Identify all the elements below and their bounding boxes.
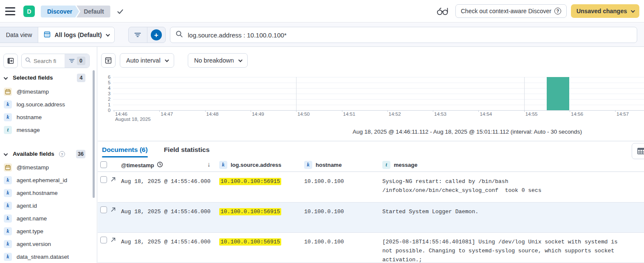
- column-header-hostname[interactable]: k hostname: [304, 161, 342, 169]
- hide-chart-button[interactable]: [101, 53, 116, 68]
- expand-document-icon[interactable]: [110, 177, 116, 182]
- selected-fields-header[interactable]: Selected fields 4: [0, 73, 97, 83]
- x-axis-line: [113, 110, 644, 111]
- row-checkbox[interactable]: [100, 237, 107, 243]
- plus-icon: +: [151, 29, 162, 40]
- field-item[interactable]: kagent.type: [0, 225, 93, 237]
- info-icon: ?: [59, 151, 65, 157]
- row-checkbox[interactable]: [100, 176, 107, 183]
- x-axis-tick: 14:51: [343, 111, 356, 117]
- field-search-input[interactable]: [34, 58, 63, 64]
- filter-menu-button[interactable]: [129, 27, 147, 43]
- field-name: agent.ephemeral_id: [17, 177, 67, 183]
- y-axis-tick: 6: [98, 74, 110, 80]
- cell-message: Started System Logger Daemon.: [382, 207, 622, 216]
- field-item[interactable]: khostname: [0, 111, 93, 123]
- field-item[interactable]: kagent.hostname: [0, 186, 93, 199]
- column-header-timestamp[interactable]: @timestamp: [121, 161, 163, 169]
- field-item[interactable]: tmessage: [0, 123, 93, 136]
- field-item[interactable]: @timestamp: [0, 161, 93, 174]
- breadcrumb-discover[interactable]: Discover: [41, 6, 79, 17]
- message-header-label: message: [394, 162, 418, 168]
- column-header-message[interactable]: t message: [382, 161, 418, 169]
- row-checkbox[interactable]: [100, 206, 107, 213]
- table-row[interactable]: Aug 18, 2025 @ 14:55:46.000 10.100.0.100…: [98, 172, 644, 203]
- field-name: message: [17, 127, 40, 133]
- expand-document-icon[interactable]: [110, 237, 116, 243]
- divider: [98, 141, 644, 141]
- chevron-down-icon: [4, 76, 8, 80]
- tab-field-statistics[interactable]: Field statistics: [164, 146, 210, 157]
- unsaved-changes-button[interactable]: Unsaved changes: [571, 4, 639, 18]
- interval-selector[interactable]: Auto interval: [120, 53, 174, 68]
- x-axis-tick: 14:55: [525, 111, 538, 117]
- calendar-icon: [4, 163, 12, 172]
- collapse-sidebar-button[interactable]: [3, 54, 18, 68]
- x-axis-tick: 14:50: [297, 111, 310, 117]
- cell-log-source-address: 10.100.0.100:56915: [219, 207, 281, 216]
- context-aware-discover-button[interactable]: Check out context-aware Discover ?: [455, 4, 567, 18]
- breakdown-label: No breakdown: [194, 57, 234, 64]
- unsaved-label: Unsaved changes: [576, 8, 627, 14]
- table-row[interactable]: Aug 18, 2025 @ 14:55:46.000 10.100.0.100…: [98, 233, 644, 263]
- field-name: hostname: [17, 114, 42, 120]
- histogram-bar[interactable]: [547, 77, 569, 110]
- field-item[interactable]: kagent.ephemeral_id: [0, 174, 93, 186]
- clock-icon: [157, 161, 163, 169]
- tab-documents[interactable]: Documents (6): [102, 146, 148, 157]
- available-fields-title: Available fields: [13, 151, 54, 157]
- discover-page: D Discover Default Check out context-awa…: [0, 0, 644, 263]
- data-view-selector[interactable]: All logs (Default): [38, 27, 114, 43]
- breadcrumb-default[interactable]: Default: [76, 6, 110, 17]
- field-item[interactable]: kagent.id: [0, 199, 93, 212]
- available-fields-count: 36: [76, 150, 85, 158]
- menu-icon[interactable]: [5, 7, 15, 15]
- field-item[interactable]: kagent.version: [0, 237, 93, 250]
- field-item[interactable]: klog.source.address: [0, 98, 93, 111]
- column-header-source[interactable]: k log.source.address: [219, 161, 281, 169]
- fields-sidebar: 0 Selected fields 4 @timestampklog.sourc…: [0, 47, 97, 263]
- data-view-value: All logs (Default): [54, 31, 102, 38]
- expand-document-icon[interactable]: [110, 207, 116, 212]
- search-query-bar[interactable]: [170, 27, 637, 43]
- field-name: agent.id: [17, 203, 37, 209]
- add-filter-button[interactable]: +: [147, 27, 166, 43]
- available-fields-header[interactable]: Available fields ? 36: [0, 149, 97, 160]
- keyword-icon: k: [304, 161, 312, 169]
- field-filter-count: 0: [77, 57, 85, 65]
- query-input[interactable]: [188, 31, 632, 39]
- select-all-checkbox[interactable]: [100, 161, 107, 168]
- main-panel: Auto interval No breakdown 012345614:461…: [98, 47, 644, 263]
- field-item[interactable]: kdata_stream.dataset: [0, 250, 93, 263]
- y-axis-tick: 3: [98, 91, 110, 96]
- help-icon: ?: [554, 8, 561, 14]
- table-header: @timestamp ↓ k log.source.address k host…: [98, 160, 644, 172]
- field-search: 0: [21, 54, 90, 68]
- project-badge[interactable]: D: [23, 6, 35, 17]
- selected-fields-list: @timestampklog.source.addresskhostnametm…: [0, 85, 93, 136]
- interval-label: Auto interval: [126, 57, 161, 64]
- x-axis-tick: 14:49: [252, 111, 264, 117]
- keyword-icon: k: [4, 176, 12, 184]
- keyword-icon: k: [4, 214, 12, 223]
- sort-desc-icon[interactable]: ↓: [207, 160, 211, 168]
- chevron-down-icon: [4, 152, 8, 156]
- field-filter-button[interactable]: 0: [65, 54, 89, 68]
- text-icon: t: [4, 126, 12, 134]
- top-header: D Discover Default Check out context-awa…: [0, 0, 644, 23]
- breakdown-selector[interactable]: No breakdown: [188, 53, 248, 68]
- field-name: agent.type: [17, 228, 43, 234]
- available-fields-list: @timestampkagent.ephemeral_idkagent.host…: [0, 161, 93, 263]
- cell-log-source-address: 10.100.0.100:56915: [219, 177, 281, 186]
- field-item[interactable]: @timestamp: [0, 85, 93, 98]
- cell-message: [2025-08-18T14:55:46.401081] Using /dev/…: [382, 237, 622, 263]
- cell-timestamp: Aug 18, 2025 @ 14:55:46.000: [121, 237, 211, 246]
- data-view-icon: [44, 31, 51, 39]
- keyword-icon: k: [219, 161, 227, 169]
- grid-settings-button[interactable]: [632, 143, 644, 159]
- field-item[interactable]: kagent.name: [0, 212, 93, 225]
- y-axis-tick: 1: [98, 102, 110, 107]
- table-row[interactable]: Aug 18, 2025 @ 14:55:46.000 10.100.0.100…: [98, 203, 644, 233]
- highlighted-match: 10.100.0.100:56915: [219, 238, 281, 246]
- documents-table: Aug 18, 2025 @ 14:55:46.000 10.100.0.100…: [98, 172, 644, 263]
